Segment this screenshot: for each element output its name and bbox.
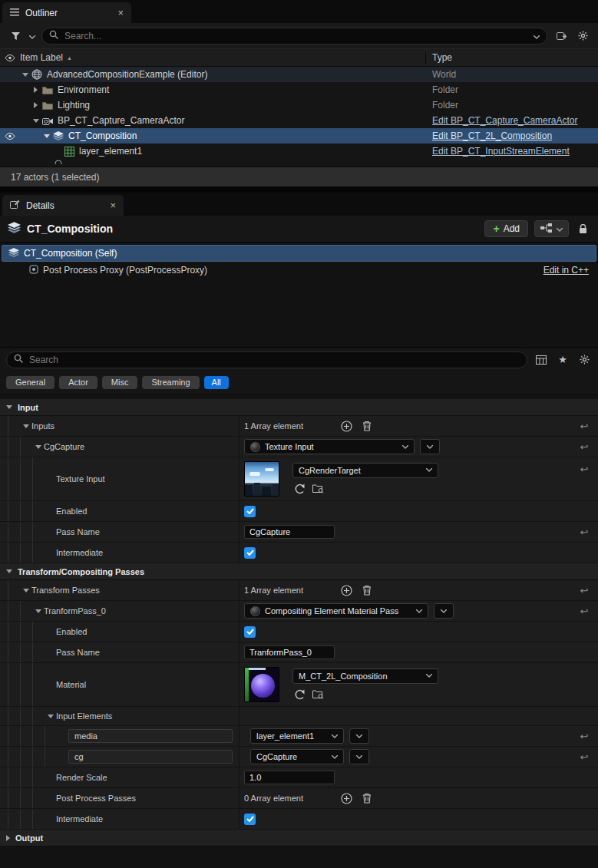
section-output[interactable]: Output bbox=[0, 830, 598, 847]
texture-asset-dropdown[interactable]: CgRenderTarget bbox=[292, 463, 438, 478]
outliner-search[interactable] bbox=[41, 28, 547, 45]
cg-element-dropdown[interactable]: CgCapture bbox=[250, 749, 344, 764]
display-mode-icon[interactable] bbox=[534, 352, 549, 368]
filter-icon[interactable] bbox=[8, 28, 23, 44]
close-icon[interactable]: × bbox=[117, 8, 124, 18]
close-icon[interactable]: × bbox=[110, 200, 116, 210]
section-input[interactable]: Input bbox=[0, 399, 598, 416]
expander-icon[interactable] bbox=[31, 102, 41, 108]
texture-thumbnail[interactable] bbox=[244, 461, 279, 497]
component-view-options-button[interactable] bbox=[534, 220, 569, 237]
filter-chip-actor[interactable]: Actor bbox=[59, 376, 97, 389]
element-key-field[interactable]: media bbox=[68, 729, 233, 743]
reset-icon[interactable]: ↩ bbox=[580, 526, 589, 538]
add-array-element-icon[interactable] bbox=[339, 583, 354, 598]
browse-to-asset-icon[interactable] bbox=[312, 689, 324, 701]
column-type[interactable]: Type bbox=[432, 52, 452, 63]
component-row-post-process-proxy[interactable]: Post Process Proxy (PostProcessProxy) Ed… bbox=[0, 262, 598, 279]
reset-icon[interactable]: ↩ bbox=[580, 731, 589, 742]
edit-blueprint-link[interactable]: Edit BP_CT_Capture_CameraActor bbox=[432, 115, 577, 126]
property-label: Texture Input bbox=[56, 474, 105, 484]
intermediate-checkbox[interactable] bbox=[244, 814, 256, 825]
intermediate-checkbox[interactable] bbox=[244, 547, 256, 559]
expander-icon[interactable] bbox=[20, 73, 30, 77]
element-options-dropdown[interactable] bbox=[349, 728, 369, 744]
search-input[interactable] bbox=[28, 354, 520, 366]
expander-icon[interactable] bbox=[31, 119, 41, 123]
element-options-dropdown[interactable] bbox=[349, 749, 369, 764]
details-settings-gear-icon[interactable] bbox=[577, 352, 592, 368]
filter-chip-general[interactable]: General bbox=[6, 376, 55, 389]
visibility-column-eye-icon[interactable] bbox=[0, 54, 20, 61]
clear-array-trash-icon[interactable] bbox=[359, 790, 375, 806]
reset-icon[interactable]: ↩ bbox=[580, 441, 589, 453]
pass-type-dropdown[interactable]: Compositing Element Material Pass bbox=[244, 603, 428, 619]
sort-asc-icon[interactable]: ▲ bbox=[67, 55, 72, 61]
filter-chevron-icon[interactable] bbox=[29, 31, 35, 41]
element-key-field[interactable]: cg bbox=[68, 750, 233, 764]
outliner-settings-gear-icon[interactable] bbox=[575, 28, 590, 44]
details-search[interactable] bbox=[6, 351, 527, 368]
add-array-element-icon[interactable] bbox=[339, 418, 354, 434]
expander-icon[interactable] bbox=[41, 134, 51, 138]
reset-icon[interactable]: ↩ bbox=[580, 464, 589, 475]
component-row-self[interactable]: CT_Composition (Self) bbox=[2, 245, 596, 262]
outliner-row-lighting[interactable]: Lighting Folder bbox=[0, 97, 598, 113]
enabled-checkbox[interactable] bbox=[244, 506, 256, 517]
outliner-row-world[interactable]: AdvancedCompositionExample (Editor) Worl… bbox=[0, 67, 598, 82]
outliner-row-camera-actor[interactable]: BP_CT_Capture_CameraActor Edit BP_CT_Cap… bbox=[0, 113, 598, 128]
filter-chip-all[interactable]: All bbox=[204, 376, 229, 389]
expander-icon[interactable] bbox=[45, 715, 56, 718]
reset-icon[interactable]: ↩ bbox=[580, 421, 589, 432]
visibility-eye-icon[interactable] bbox=[0, 133, 20, 140]
reset-icon[interactable]: ↩ bbox=[580, 585, 589, 596]
section-transform-compositing-passes[interactable]: Transform/Compositing Passes bbox=[0, 563, 598, 580]
outliner-tabbar: Outliner × bbox=[0, 0, 598, 23]
material-asset-dropdown[interactable]: M_CT_2L_Composition bbox=[292, 668, 438, 684]
reset-icon[interactable]: ↩ bbox=[580, 606, 589, 617]
reset-icon[interactable]: ↩ bbox=[580, 751, 589, 763]
edit-in-cpp-link[interactable]: Edit in C++ bbox=[543, 265, 589, 276]
chevron-down-icon bbox=[426, 674, 432, 678]
filter-chip-streaming[interactable]: Streaming bbox=[142, 376, 199, 389]
outliner-row-layer-element1[interactable]: layer_element1 Edit BP_CT_InputStreamEle… bbox=[0, 144, 598, 159]
media-element-dropdown[interactable]: layer_element1 bbox=[250, 728, 344, 744]
clear-array-trash-icon[interactable] bbox=[359, 418, 375, 434]
element-options-dropdown[interactable] bbox=[420, 439, 440, 454]
lock-icon[interactable] bbox=[575, 221, 590, 236]
tab-details[interactable]: Details × bbox=[2, 195, 124, 216]
column-item-label[interactable]: Item Label bbox=[20, 52, 63, 63]
pass-name-input[interactable] bbox=[244, 645, 335, 659]
render-scale-input[interactable] bbox=[244, 771, 335, 784]
save-search-icon[interactable] bbox=[553, 28, 569, 44]
enabled-checkbox[interactable] bbox=[244, 626, 256, 638]
outliner-row-environment[interactable]: Environment Folder bbox=[0, 82, 598, 97]
property-row-inputs: Inputs 1 Array element ↩ bbox=[0, 416, 598, 437]
edit-blueprint-link[interactable]: Edit BP_CT_InputStreamElement bbox=[432, 146, 570, 157]
expander-icon[interactable] bbox=[32, 609, 44, 613]
outliner-row-clipped[interactable] bbox=[0, 159, 598, 164]
clear-array-trash-icon[interactable] bbox=[359, 583, 375, 598]
browse-to-asset-icon[interactable] bbox=[312, 484, 324, 495]
edit-blueprint-link[interactable]: Edit BP_CT_2L_Composition bbox=[432, 130, 552, 141]
add-component-button[interactable]: + Add bbox=[484, 220, 528, 237]
element-type-dropdown[interactable]: Texture Input bbox=[244, 439, 415, 454]
add-array-element-icon[interactable] bbox=[339, 790, 354, 806]
use-selected-asset-icon[interactable] bbox=[294, 484, 305, 496]
dropdown-value: layer_element1 bbox=[256, 731, 314, 741]
search-input[interactable] bbox=[63, 30, 529, 42]
element-options-dropdown[interactable] bbox=[434, 603, 454, 619]
chevron-down-icon bbox=[332, 734, 338, 738]
use-selected-asset-icon[interactable] bbox=[294, 689, 305, 701]
material-thumbnail[interactable] bbox=[244, 667, 279, 702]
pass-name-input[interactable] bbox=[244, 525, 335, 539]
filter-chip-misc[interactable]: Misc bbox=[102, 376, 138, 389]
expander-icon[interactable] bbox=[20, 424, 31, 428]
expander-icon[interactable] bbox=[31, 87, 41, 93]
search-options-chevron-icon[interactable] bbox=[534, 31, 540, 41]
tab-outliner[interactable]: Outliner × bbox=[2, 2, 131, 23]
favorites-star-icon[interactable]: ★ bbox=[555, 352, 570, 368]
expander-icon[interactable] bbox=[20, 589, 31, 592]
outliner-row-ct-composition[interactable]: CT_Composition Edit BP_CT_2L_Composition bbox=[0, 128, 598, 144]
expander-icon[interactable] bbox=[32, 445, 44, 449]
